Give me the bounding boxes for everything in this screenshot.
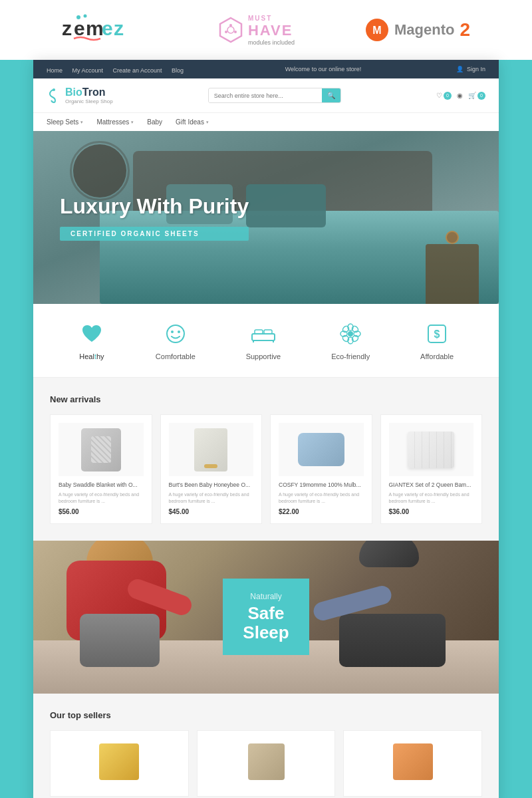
wishlist-icon[interactable]: ♡ 0	[436, 92, 452, 100]
seller-card-1[interactable]	[50, 730, 189, 797]
compare-icon[interactable]: ◉	[457, 92, 463, 99]
product-price-1: $56.00	[59, 508, 144, 515]
store-header: BioTron Organic Sleep Shop 🔍 ♡ 0 ◉ 🛒 0	[33, 78, 499, 112]
logo-tron: Tron	[82, 86, 106, 98]
smile-icon	[162, 321, 189, 347]
product-desc-1: A huge variety of eco-friendly beds and …	[59, 491, 144, 505]
svg-point-10	[234, 31, 237, 33]
top-sellers-title: Our top sellers	[50, 710, 482, 720]
sign-in-link[interactable]: Sign In	[467, 66, 485, 72]
logo-sub: Organic Sleep Shop	[65, 98, 113, 104]
svg-rect-18	[252, 334, 275, 340]
product-name-4: GIANTEX Set of 2 Queen Bam...	[389, 481, 474, 489]
cart-icon[interactable]: 🛒 0	[468, 92, 485, 100]
product-desc-4: A huge variety of eco-friendly beds and …	[389, 491, 474, 505]
svg-point-17	[178, 331, 180, 333]
svg-point-8	[227, 27, 234, 33]
store-logo: BioTron Organic Sleep Shop	[47, 86, 113, 104]
search-button[interactable]: 🔍	[322, 88, 340, 102]
svg-text:$: $	[434, 329, 440, 340]
affordable-label: Affordable	[420, 352, 454, 360]
product-name-2: Burt's Been Baby Honeybee O...	[169, 481, 254, 489]
magento-text: Magento	[394, 21, 454, 39]
main-nav: Sleep Sets ▾ Mattresses ▾ Baby Gift Idea…	[33, 112, 499, 131]
svg-point-6	[83, 15, 86, 18]
swaddle-thumbnail	[194, 428, 227, 471]
product-image-4	[389, 423, 474, 476]
safe-text: Safe Sleep	[243, 604, 289, 642]
must-label: MUST	[248, 15, 295, 22]
top-banner: z e m e z MUST HAVE modules included	[0, 0, 532, 60]
product-card-1[interactable]: Baby Swaddle Blanket with O... A huge va…	[50, 414, 152, 524]
new-arrivals-title: New arrivals	[50, 394, 482, 404]
header-icons: ♡ 0 ◉ 🛒 0	[436, 92, 485, 100]
hero-content: Luxury With Purity CERTIFIED ORGANIC SHE…	[60, 194, 249, 241]
nav-gift-ideas[interactable]: Gift Ideas ▾	[176, 118, 209, 126]
nav-baby[interactable]: Baby	[147, 118, 162, 126]
product-image-3	[279, 423, 364, 476]
heart-icon	[78, 321, 105, 347]
product-name-1: Baby Swaddle Blanket with O...	[59, 481, 144, 489]
top-sellers-grid	[50, 730, 482, 797]
feature-healthy: Healthy	[78, 321, 105, 360]
svg-point-5	[76, 15, 80, 19]
product-card-4[interactable]: GIANTEX Set of 2 Queen Bam... A huge var…	[380, 414, 483, 524]
nav-mattresses[interactable]: Mattresses ▾	[96, 118, 134, 126]
orange-product-thumbnail	[393, 743, 433, 780]
search-bar: 🔍	[208, 88, 341, 103]
feature-eco-friendly: Eco-friendly	[331, 321, 370, 360]
svg-point-15	[167, 325, 184, 342]
svg-text:e: e	[102, 17, 113, 39]
product-desc-3: A huge variety of eco-friendly beds and …	[279, 491, 364, 505]
nav-my-account[interactable]: My Account	[72, 67, 103, 74]
yellow-product-thumbnail	[99, 743, 139, 780]
svg-point-23	[348, 331, 353, 336]
store-top-nav: Home My Account Create an Account Blog W…	[33, 60, 499, 78]
seller-card-2[interactable]	[197, 730, 336, 797]
duvet-thumbnail	[408, 432, 454, 468]
todder-product-thumbnail	[248, 743, 285, 780]
have-label: HAVE	[248, 22, 295, 39]
svg-text:z: z	[62, 17, 72, 39]
features-strip: Healthy Comfortable	[33, 304, 499, 378]
healthy-label: Healthy	[79, 352, 104, 360]
safe-sleep-box: Naturally Safe Sleep	[223, 579, 309, 655]
product-name-3: COSFY 19momme 100% Mulb...	[279, 481, 364, 489]
modules-label: modules included	[248, 39, 295, 46]
product-card-2[interactable]: Burt's Been Baby Honeybee O... A huge va…	[160, 414, 263, 524]
hero-title: Luxury With Purity	[60, 194, 249, 219]
naturally-text: Naturally	[243, 592, 289, 601]
product-price-3: $22.00	[279, 508, 364, 515]
top-nav-links: Home My Account Create an Account Blog	[47, 63, 190, 75]
svg-point-14	[53, 88, 55, 91]
svg-point-16	[171, 331, 174, 333]
search-input[interactable]	[209, 89, 322, 102]
hero-subtitle: CERTIFIED ORGANIC SHEETS	[60, 227, 249, 241]
seller-image-3	[352, 739, 473, 785]
nav-create-account[interactable]: Create an Account	[112, 67, 162, 74]
nav-sleep-sets[interactable]: Sleep Sets ▾	[47, 118, 83, 126]
svg-point-9	[229, 24, 232, 27]
seller-image-2	[205, 739, 327, 785]
comfortable-label: Comfortable	[156, 352, 196, 360]
svg-point-11	[225, 31, 227, 33]
products-grid: Baby Swaddle Blanket with O... A huge va…	[50, 414, 482, 524]
seller-card-3[interactable]	[343, 730, 482, 797]
safe-sleep-banner: Naturally Safe Sleep	[33, 541, 499, 694]
must-have-logo: MUST HAVE modules included	[219, 15, 295, 46]
seller-image-1	[59, 739, 180, 785]
hero-banner: Luxury With Purity CERTIFIED ORGANIC SHE…	[33, 131, 499, 304]
nav-blog[interactable]: Blog	[172, 67, 184, 74]
magento-version: 2	[460, 19, 470, 41]
dollar-icon: $	[424, 321, 450, 347]
product-desc-2: A huge variety of eco-friendly beds and …	[169, 491, 254, 505]
feature-supportive: Supportive	[246, 321, 281, 360]
product-card-3[interactable]: COSFY 19momme 100% Mulb... A huge variet…	[270, 414, 372, 524]
new-arrivals-section: New arrivals Baby Swaddle Blanket with O…	[33, 378, 499, 541]
welcome-text: Welcome to our online store!	[285, 66, 361, 72]
top-sellers-section: Our top sellers	[33, 694, 499, 798]
flower-icon	[337, 321, 364, 347]
nav-home[interactable]: Home	[47, 67, 63, 74]
zemes-logo: z e m e z	[62, 12, 148, 48]
eco-friendly-label: Eco-friendly	[331, 352, 370, 360]
